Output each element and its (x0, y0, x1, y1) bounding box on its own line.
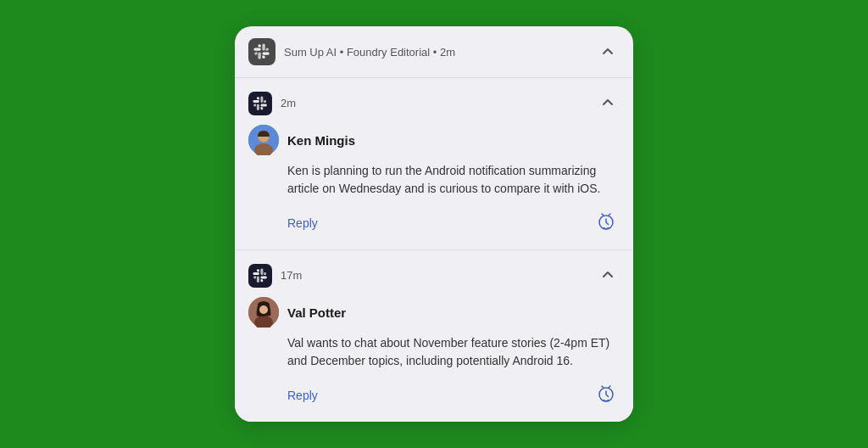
ken-avatar (248, 125, 279, 155)
notification-card: Sum Up AI • Foundry Editorial • 2m (235, 26, 633, 422)
val-reply-button[interactable]: Reply (287, 389, 318, 402)
ken-reply-button[interactable]: Reply (287, 216, 318, 230)
top-header-left: Sum Up AI • Foundry Editorial • 2m (248, 38, 455, 65)
val-header-left: 17m (248, 264, 302, 288)
notification-item-val: 17m Val Potte (235, 249, 633, 422)
notification-item-ken: 2m Ken Mingis Ke (235, 78, 633, 249)
svg-point-9 (259, 305, 268, 314)
val-avatar (248, 297, 279, 328)
val-collapse-button[interactable] (596, 262, 620, 288)
ken-item-header: 2m (248, 90, 620, 116)
top-collapse-button[interactable] (596, 39, 620, 65)
val-timestamp: 17m (281, 269, 302, 282)
val-item-header: 17m (248, 262, 620, 288)
ken-header-left: 2m (248, 92, 296, 115)
ken-timestamp: 2m (281, 97, 296, 109)
ken-username: Ken Mingis (287, 133, 355, 148)
top-group-header: Sum Up AI • Foundry Editorial • 2m (235, 26, 633, 78)
ken-footer: Reply (287, 208, 620, 238)
ken-message: Ken is planning to run the Android notif… (287, 162, 620, 198)
ken-user-row: Ken Mingis (248, 125, 620, 155)
val-username: Val Potter (287, 305, 346, 320)
val-snooze-button[interactable] (593, 380, 620, 410)
ken-slack-icon (248, 92, 272, 115)
val-message: Val wants to chat about November feature… (287, 334, 620, 370)
top-group-meta: Sum Up AI • Foundry Editorial • 2m (284, 46, 455, 59)
val-user-row: Val Potter (248, 297, 620, 328)
slack-app-icon (248, 38, 275, 65)
val-slack-icon (248, 264, 272, 288)
ken-collapse-button[interactable] (596, 90, 620, 116)
ken-snooze-button[interactable] (593, 208, 620, 238)
val-footer: Reply (287, 380, 620, 410)
